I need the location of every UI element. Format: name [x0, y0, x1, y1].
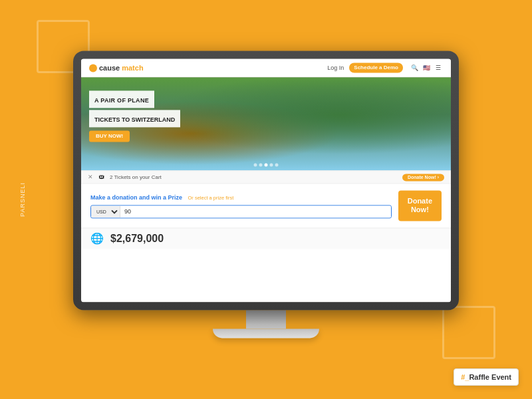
logo: causematch	[89, 64, 144, 72]
close-icon[interactable]: ✕	[88, 174, 93, 180]
donation-sublabel: Or select a prize first	[188, 195, 233, 201]
side-label: PARSNELI	[19, 182, 26, 217]
buy-now-button[interactable]: BUY NOW!	[89, 130, 130, 142]
donate-now-button[interactable]: Donate Now!	[398, 190, 442, 221]
logo-cause: cause	[99, 64, 120, 72]
logo-icon	[89, 64, 97, 72]
logo-match: match	[122, 64, 143, 72]
menu-icon[interactable]: ☰	[434, 63, 443, 72]
currency-select[interactable]: USD EUR GBP	[91, 205, 120, 217]
monitor-base	[213, 329, 319, 338]
hero-dot-4[interactable]	[270, 163, 273, 166]
hero-banner: A PAIR OF PLANE TICKETS TO SWITZERLAND B…	[81, 77, 451, 170]
notification-text: 2 Tickets on your Cart	[110, 174, 397, 180]
hero-overlay: A PAIR OF PLANE TICKETS TO SWITZERLAND B…	[89, 90, 180, 142]
ticket-icon: 🎟	[98, 174, 104, 180]
donation-left: Make a donation and win a Prize Or selec…	[90, 190, 392, 218]
navbar: causematch Log In Schedule a Demo 🔍 🇺🇸 ☰	[81, 59, 451, 77]
monitor-screen: causematch Log In Schedule a Demo 🔍 🇺🇸 ☰…	[81, 59, 451, 302]
donation-label: Make a donation and win a Prize	[90, 194, 182, 201]
login-link[interactable]: Log In	[327, 65, 344, 71]
hero-dot-5[interactable]	[275, 163, 279, 166]
hero-dot-1[interactable]	[254, 163, 257, 166]
stats-bar: 🌐 $2,679,000	[81, 228, 451, 249]
hero-dots	[254, 163, 279, 166]
hero-dot-2[interactable]	[259, 163, 263, 166]
monitor-neck	[246, 310, 286, 329]
raffle-label: Raffle Event	[469, 373, 511, 381]
donation-label-row: Make a donation and win a Prize Or selec…	[90, 190, 392, 202]
donation-input-row: USD EUR GBP	[90, 205, 392, 218]
search-icon[interactable]: 🔍	[410, 63, 419, 72]
notification-bar: ✕ 🎟 2 Tickets on your Cart Donate Now! ›	[81, 170, 451, 184]
hero-subtitle: TICKETS TO SWITZERLAND	[94, 116, 175, 123]
monitor: causematch Log In Schedule a Demo 🔍 🇺🇸 ☰…	[73, 51, 459, 336]
donation-section: Make a donation and win a Prize Or selec…	[81, 184, 451, 227]
stats-amount: $2,679,000	[110, 233, 164, 245]
hero-dot-3[interactable]	[265, 163, 268, 166]
monitor-bezel: causematch Log In Schedule a Demo 🔍 🇺🇸 ☰…	[73, 51, 459, 310]
website: causematch Log In Schedule a Demo 🔍 🇺🇸 ☰…	[81, 59, 451, 302]
schedule-demo-button[interactable]: Schedule a Demo	[349, 63, 403, 72]
raffle-badge: #_Raffle Event	[454, 368, 519, 386]
donate-now-banner-button[interactable]: Donate Now! ›	[402, 174, 444, 181]
globe-icon: 🌐	[90, 233, 104, 245]
flag-icon[interactable]: 🇺🇸	[422, 63, 431, 72]
hero-title: A PAIR OF PLANE	[94, 97, 149, 104]
raffle-hash: #_	[461, 373, 469, 381]
amount-input[interactable]	[120, 205, 391, 217]
hero-subtitle-box: TICKETS TO SWITZERLAND	[89, 110, 180, 127]
hero-title-box: A PAIR OF PLANE	[89, 90, 154, 108]
